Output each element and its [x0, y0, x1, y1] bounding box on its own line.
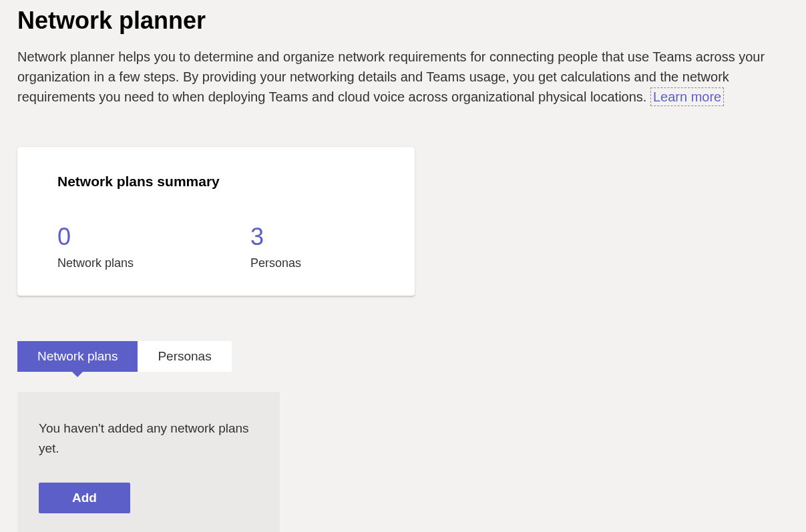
stat-network-plans: 0 Network plans — [57, 223, 134, 270]
add-button[interactable]: Add — [39, 483, 130, 513]
empty-state-panel: You haven't added any network plans yet.… — [17, 392, 280, 532]
stat-number: 3 — [250, 223, 301, 251]
learn-more-link[interactable]: Learn more — [650, 87, 724, 106]
tab-personas[interactable]: Personas — [138, 341, 231, 372]
network-plans-summary-card: Network plans summary 0 Network plans 3 … — [17, 147, 415, 296]
stat-label: Personas — [250, 256, 301, 270]
tab-network-plans[interactable]: Network plans — [17, 341, 138, 372]
summary-title: Network plans summary — [57, 174, 375, 190]
network-planner-page: Network planner Network planner helps yo… — [0, 0, 806, 532]
stat-label: Network plans — [57, 256, 134, 270]
summary-stats: 0 Network plans 3 Personas — [57, 223, 375, 270]
stat-number: 0 — [57, 223, 134, 251]
stat-personas: 3 Personas — [250, 223, 301, 270]
page-description: Network planner helps you to determine a… — [17, 47, 789, 107]
empty-state-message: You haven't added any network plans yet. — [39, 419, 258, 459]
page-title: Network planner — [17, 7, 789, 35]
tabs-container: Network plans Personas — [17, 341, 789, 372]
